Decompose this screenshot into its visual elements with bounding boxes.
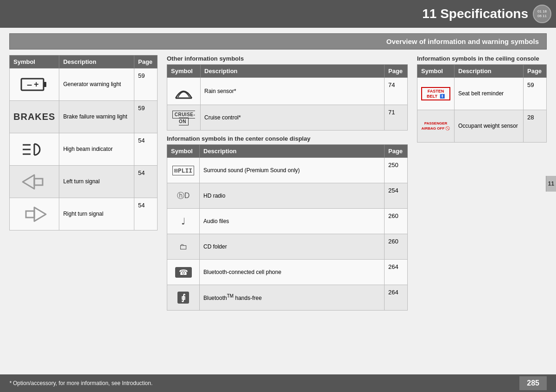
svg-rect-11 — [26, 211, 34, 218]
audio-files-icon: ♩ — [181, 216, 185, 226]
ceiling-console-section: Information symbols in the ceiling conso… — [417, 55, 547, 311]
battery-icon: – + — [20, 76, 48, 93]
table-row: PASSENGERAIRBAG OFF 🚫 Occupant weight se… — [417, 110, 547, 143]
col-symbol: Symbol — [10, 56, 59, 68]
table-row: BRAKES Brake failure warning light 59 — [10, 101, 158, 133]
symbol-cell-left-turn — [10, 166, 59, 198]
bluetooth-hands-free-icon: ⨖ — [177, 292, 189, 304]
page-cell-cruise: 71 — [385, 105, 408, 131]
desc-cell-plii: Surround sound (Premium Sound only) — [200, 158, 385, 183]
table-row: 🗀 CD folder 260 — [167, 234, 408, 260]
page-cell-left-turn: 54 — [134, 166, 158, 198]
page-number: 285 — [519, 376, 547, 390]
airbag-icon: PASSENGERAIRBAG OFF 🚫 — [421, 121, 450, 131]
svg-text:+: + — [34, 80, 39, 89]
page-cell-brakes: 59 — [134, 101, 158, 133]
main-content: Symbol Description Page – + — [0, 50, 556, 316]
col-page: Page — [385, 65, 408, 78]
symbol-cell-phone: ☎ — [167, 260, 200, 285]
col-description: Description — [455, 65, 524, 78]
main-symbols-section: Symbol Description Page – + — [9, 55, 158, 311]
rain-sensor-icon — [171, 80, 196, 103]
table-row: Right turn signal 54 — [10, 198, 158, 230]
other-symbols-heading: Other information symbols — [167, 55, 408, 62]
center-console-heading: Information symbols in the center consol… — [167, 135, 408, 142]
footnote-text: Option/accessory, for more information, … — [13, 380, 152, 386]
desc-cell-generator: Generator warning light — [59, 68, 134, 101]
symbol-cell-bt: ⨖ — [167, 285, 200, 311]
table-row: ⊞PLII Surround sound (Premium Sound only… — [167, 158, 408, 183]
desc-cell-right-turn: Right turn signal — [59, 198, 134, 230]
symbol-cell-seatbelt: FASTENBELT 🚹 — [417, 78, 455, 110]
page-cell-phone: 264 — [385, 260, 408, 285]
col-description: Description — [59, 56, 134, 68]
table-row: Left turn signal 54 — [10, 166, 158, 198]
cd-folder-icon: 🗀 — [179, 242, 188, 251]
page-footer: * Option/accessory, for more information… — [0, 374, 556, 392]
desc-cell-audio: Audio files — [200, 209, 385, 234]
footer-note: * Option/accessory, for more information… — [9, 380, 152, 386]
other-symbols-table: Symbol Description Page — [167, 64, 408, 131]
symbol-cell-brakes: BRAKES — [10, 101, 59, 133]
footnote-asterisk: * — [9, 380, 12, 386]
symbol-cell-hd: ⓗD — [167, 183, 200, 209]
chapter-title: 11 Specifications — [422, 6, 528, 21]
desc-cell-bt: BluetoothTM hands-free — [200, 285, 385, 311]
chapter-tab: 11 — [546, 176, 556, 192]
symbol-cell-highbeam — [10, 133, 59, 166]
symbol-cell-note: ♩ — [167, 209, 200, 234]
col-page: Page — [134, 56, 158, 68]
seatbelt-icon: FASTENBELT 🚹 — [421, 87, 450, 101]
table-row: FASTENBELT 🚹 Seat belt reminder 59 — [417, 78, 547, 110]
desc-cell-cruise: Cruise control* — [201, 105, 385, 131]
page-cell-bt: 264 — [385, 285, 408, 311]
hd-radio-icon: ⓗD — [177, 192, 190, 199]
page-header: 11 Specifications 01 18 06 11 — [0, 0, 556, 28]
table-row: ☎ Bluetooth-connected cell phone 264 — [167, 260, 408, 285]
symbol-cell-right-turn — [10, 198, 59, 230]
col-page: Page — [385, 145, 408, 158]
table-row: ⨖ BluetoothTM hands-free 264 — [167, 285, 408, 311]
page-cell-audio: 260 — [385, 209, 408, 234]
col-page: Page — [524, 65, 547, 78]
symbol-cell-rain — [167, 78, 201, 105]
desc-cell-hd: HD radio — [200, 183, 385, 209]
badge-line2: 06 11 — [537, 14, 547, 19]
cruise-control-icon: CRUISE-ON — [172, 111, 196, 125]
right-turn-icon — [20, 203, 48, 226]
page-cell-rain: 74 — [385, 78, 408, 105]
page-cell-hd: 254 — [385, 183, 408, 209]
revision-badge: 01 18 06 11 — [533, 5, 551, 23]
col-description: Description — [201, 65, 385, 78]
plii-icon: ⊞PLII — [172, 166, 194, 175]
symbol-cell-folder: 🗀 — [167, 234, 200, 260]
svg-rect-0 — [21, 79, 44, 90]
badge-line1: 01 18 — [537, 9, 547, 14]
table-row: High beam indicator 54 — [10, 133, 158, 166]
symbol-cell-cruise: CRUISE-ON — [167, 105, 201, 131]
desc-cell-folder: CD folder — [200, 234, 385, 260]
desc-cell-airbag: Occupant weight sensor — [455, 110, 524, 143]
page-cell-plii: 250 — [385, 158, 408, 183]
page-cell-airbag: 28 — [524, 110, 547, 143]
highbeam-icon — [20, 140, 48, 159]
desc-cell-left-turn: Left turn signal — [59, 166, 134, 198]
main-symbols-table: Symbol Description Page – + — [9, 55, 158, 230]
desc-cell-highbeam: High beam indicator — [59, 133, 134, 166]
page-cell-folder: 260 — [385, 234, 408, 260]
bluetooth-phone-icon: ☎ — [175, 267, 192, 278]
col-symbol: Symbol — [167, 65, 201, 78]
symbol-cell-plii: ⊞PLII — [167, 158, 200, 183]
page-cell-seatbelt: 59 — [524, 78, 547, 110]
center-console-table: Symbol Description Page ⊞PLII Surround s… — [167, 144, 408, 311]
svg-marker-8 — [23, 175, 34, 189]
brakes-icon: BRAKES — [13, 112, 55, 122]
desc-cell-brakes: Brake failure warning light — [59, 101, 134, 133]
table-row: Rain sensor* 74 — [167, 78, 408, 105]
page-cell-generator: 59 — [134, 68, 158, 101]
ceiling-console-heading: Information symbols in the ceiling conso… — [417, 55, 547, 62]
page-cell-right-turn: 54 — [134, 198, 158, 230]
left-turn-icon — [20, 170, 48, 193]
table-row: ♩ Audio files 260 — [167, 209, 408, 234]
section-title: Overview of information and warning symb… — [9, 33, 547, 50]
